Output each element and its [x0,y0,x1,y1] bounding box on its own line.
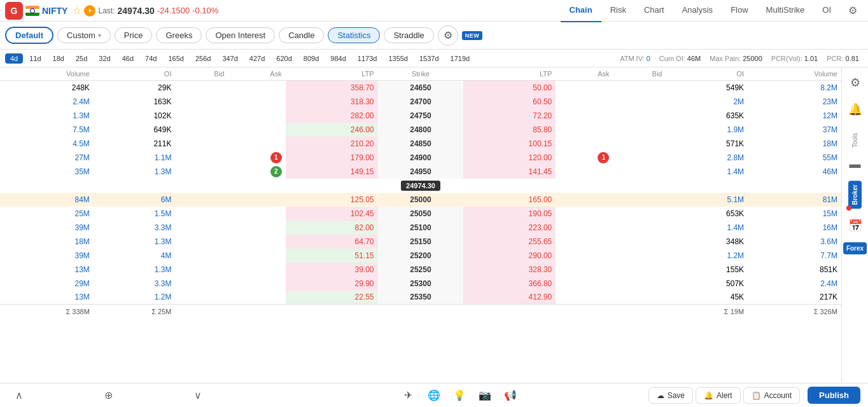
collapse-up-icon[interactable]: ∧ [8,387,31,404]
call-volume: 4.5M [0,137,94,151]
bulb-icon[interactable]: 💡 [449,385,470,406]
sum-cell [286,305,378,319]
call-bid [175,165,228,179]
telegram-icon[interactable]: ✈ [398,385,419,406]
put-bid [613,207,666,221]
statistics-button[interactable]: Statistics [328,27,380,43]
put-bid [613,137,666,151]
date-btn-11d[interactable]: 11d [24,53,46,64]
table-row[interactable]: 13M1.3M39.0025250328.30155K851K [0,263,841,277]
put-ltp: 223.00 [463,221,556,235]
table-row[interactable]: 7.5M649K246.002480085.801.9M37M [0,123,841,137]
candle-button[interactable]: Candle [279,27,324,43]
date-btn-32d[interactable]: 32d [94,53,115,64]
table-row[interactable]: 13M1.2M22.5525350412.9045K217K [0,291,841,305]
call-oi: 649K [94,123,176,137]
call-ask: 1 [228,151,285,165]
pcr-stat: PCR: 0.81 [823,55,863,62]
video-icon[interactable]: 📷 [475,385,495,406]
put-bid [613,249,666,263]
date-btn-18d[interactable]: 18d [48,53,69,64]
table-row[interactable]: 18M1.3M64.7025150255.65348K3.6M [0,235,841,249]
new-badge: NEW [462,31,483,40]
call-volume: 13M [0,291,94,305]
tab-oi[interactable]: OI [813,0,840,22]
date-btn-4d[interactable]: 4d [5,53,23,64]
call-ask [228,277,285,291]
strike-price: 24650 [378,81,464,95]
date-btn-1537d[interactable]: 1537d [414,53,444,64]
put-volume: 8.2M [748,81,841,95]
table-row[interactable]: 35M1.3M2149.1524950141.451.4M46M [0,165,841,179]
brand-avatar: G [5,2,23,20]
date-btn-1355d[interactable]: 1355d [383,53,413,64]
date-btn-984d[interactable]: 984d [325,53,351,64]
date-btn-74d[interactable]: 74d [140,53,162,64]
sum-cell [463,305,556,319]
tab-chart[interactable]: Chart [635,0,673,22]
call-ltp: 318.30 [286,95,378,109]
flag-icon [25,6,39,16]
call-oi: 6M [94,193,176,207]
table-row[interactable]: 2.4M163K318.302470060.502M23M [0,95,841,109]
greeks-button[interactable]: Greeks [156,27,202,43]
table-row[interactable]: 29M3.3M29.9025300366.80507K2.4M [0,277,841,291]
table-row[interactable]: 1.3M102K282.002475072.20635K12M [0,109,841,123]
put-bid [613,235,666,249]
toolbar: Default Custom ▾ Price Greeks Open Inter… [0,22,868,50]
layout-icon[interactable]: ▬ [845,154,865,174]
open-interest-button[interactable]: Open Interest [206,27,275,43]
save-button[interactable]: ☁ Save [648,387,693,404]
gear-button[interactable]: ⚙ [438,25,458,46]
price-button[interactable]: Price [115,27,153,43]
tab-flow[interactable]: Flow [722,0,757,22]
custom-button[interactable]: Custom ▾ [57,27,111,43]
table-row[interactable]: 248K29K358.702465050.00549K8.2M [0,81,841,95]
account-button[interactable]: 📋 Account [743,387,800,404]
broker-button[interactable]: Broker [848,181,862,209]
date-btn-347d[interactable]: 347d [217,53,242,64]
date-btn-46d[interactable]: 46d [117,53,139,64]
expand-down-icon[interactable]: ∨ [186,387,209,404]
table-row[interactable]: 27M1.1M1179.0024900120.0012.8M55M [0,151,841,165]
col-call-oi: OI [94,67,176,81]
call-bid [175,249,228,263]
col-strike: Strike [378,67,464,81]
put-ask [556,95,613,109]
default-button[interactable]: Default [5,27,53,44]
table-row[interactable]: 39M3.3M82.0025100223.001.4M16M [0,221,841,235]
tab-risk[interactable]: Risk [601,0,635,22]
crosshair-icon[interactable]: ⊕ [97,387,120,404]
settings-panel-icon[interactable]: ⚙ [845,72,865,93]
price-change: -24.1500 [157,6,190,15]
alert-button[interactable]: 🔔 Alert [696,387,741,404]
table-row[interactable]: 84M6M125.0525000165.005.1M81M [0,193,841,207]
tab-chain[interactable]: Chain [561,0,601,22]
table-row[interactable]: 4.5M211K210.2024850100.15571K18M [0,137,841,151]
table-row[interactable]: 25M1.5M102.4525050190.05653K15M [0,207,841,221]
table-row[interactable]: 39M4M51.1525200290.001.2M7.7M [0,249,841,263]
put-volume: 217K [748,291,841,305]
tab-multistrike[interactable]: MultiStrike [757,0,814,22]
publish-button[interactable]: Publish [808,387,860,404]
date-btn-1173d[interactable]: 1173d [353,53,382,64]
speaker-icon[interactable]: 📢 [500,385,521,406]
date-btn-620d[interactable]: 620d [271,53,297,64]
date-btn-256d[interactable]: 256d [190,53,216,64]
web-icon[interactable]: 🌐 [424,385,444,406]
tab-analysis[interactable]: Analysis [673,0,722,22]
date-btn-25d[interactable]: 25d [71,53,92,64]
forex-button[interactable]: Forex [843,242,867,254]
date-btn-427d[interactable]: 427d [244,53,270,64]
call-ltp: 246.00 [286,123,378,137]
date-btn-165d[interactable]: 165d [163,53,188,64]
call-volume: 7.5M [0,123,94,137]
bell-icon[interactable]: 🔔 [845,99,865,120]
put-ask [556,207,613,221]
watchlist-star-icon[interactable]: ☆ [73,4,81,17]
settings-icon[interactable]: ⚙ [843,1,863,21]
calendar-icon[interactable]: 📅 [845,216,865,236]
date-btn-809d[interactable]: 809d [298,53,324,64]
date-btn-1719d[interactable]: 1719d [445,53,475,64]
straddle-button[interactable]: Straddle [384,27,433,43]
